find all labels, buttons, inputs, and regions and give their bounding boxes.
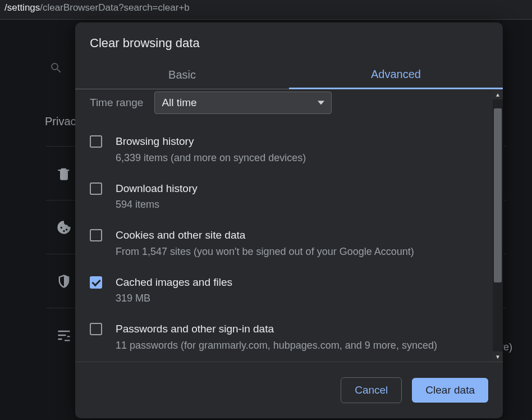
url-bar[interactable]: /settings/clearBrowserData?search=clear+… xyxy=(0,0,532,20)
option-passwords: Passwords and other sign-in data 11 pass… xyxy=(90,314,478,361)
checkbox-cookies[interactable] xyxy=(90,229,102,241)
scrollbar[interactable]: ▲ ▼ xyxy=(493,89,503,362)
dialog-title: Clear browsing data xyxy=(75,22,503,61)
page-heading: Privac xyxy=(45,115,76,128)
checkbox-browsing-history[interactable] xyxy=(90,135,102,148)
time-range-value: All time xyxy=(162,97,196,109)
dialog-scroll-area: Time range All time Browsing history 6,3… xyxy=(75,89,493,362)
clear-browsing-data-dialog: Clear browsing data Basic Advanced Time … xyxy=(75,22,503,418)
option-sub: 594 items xyxy=(116,197,198,212)
option-sub: 6,339 items (and more on synced devices) xyxy=(116,150,306,166)
option-sub: 11 passwords (for grammarly.com, hubpage… xyxy=(116,338,437,353)
url-path-rest: /clearBrowserData?search=clear+b xyxy=(40,2,189,13)
option-sub: 319 MB xyxy=(116,291,232,306)
dialog-footer: Cancel Clear data xyxy=(75,362,503,418)
clear-data-button[interactable]: Clear data xyxy=(412,378,488,403)
dialog-body: Time range All time Browsing history 6,3… xyxy=(75,89,503,362)
option-title: Download history xyxy=(116,181,198,197)
option-title: Cached images and files xyxy=(116,275,232,290)
tab-basic[interactable]: Basic xyxy=(75,61,289,89)
checkbox-download-history[interactable] xyxy=(90,182,102,195)
option-title: Browsing history xyxy=(116,134,306,149)
shield-icon xyxy=(56,273,72,289)
dialog-tabs: Basic Advanced xyxy=(75,61,503,89)
option-autofill: Autofill form data 3 addresses, 1,844 ot… xyxy=(90,361,478,362)
option-browsing-history: Browsing history 6,339 items (and more o… xyxy=(90,126,478,174)
option-download-history: Download history 594 items xyxy=(90,174,478,221)
checkbox-passwords[interactable] xyxy=(90,323,102,335)
cancel-button[interactable]: Cancel xyxy=(341,377,402,403)
chevron-down-icon xyxy=(318,101,324,105)
url-path-main: /settings xyxy=(4,2,40,13)
option-title: Cookies and other site data xyxy=(116,228,414,243)
time-range-select[interactable]: All time xyxy=(154,92,332,114)
tab-advanced[interactable]: Advanced xyxy=(289,61,503,89)
scroll-thumb[interactable] xyxy=(494,108,502,282)
option-title: Passwords and other sign-in data xyxy=(116,322,437,337)
scroll-up-icon[interactable]: ▲ xyxy=(493,89,503,99)
option-cookies: Cookies and other site data From 1,547 s… xyxy=(90,220,478,267)
checkbox-cache[interactable] xyxy=(90,276,102,289)
option-sub: From 1,547 sites (you won't be signed ou… xyxy=(116,244,414,259)
option-cache: Cached images and files 319 MB xyxy=(90,267,478,314)
cookie-icon xyxy=(56,220,72,235)
time-range-row: Time range All time xyxy=(90,92,478,114)
sliders-icon xyxy=(56,327,72,343)
time-range-label: Time range xyxy=(90,97,143,109)
search-icon[interactable] xyxy=(46,58,66,78)
trash-icon xyxy=(56,166,72,181)
scroll-down-icon[interactable]: ▼ xyxy=(493,351,503,362)
